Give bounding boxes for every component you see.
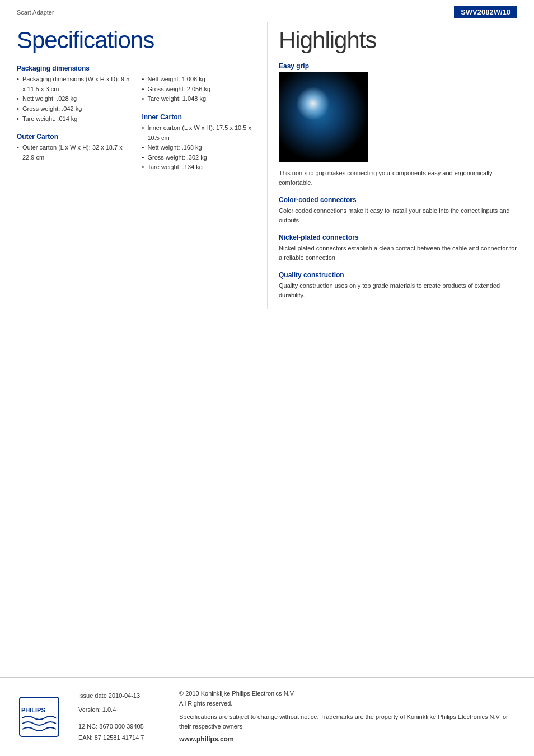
model-badge: SWV2082W/10 [454,6,517,18]
outer-carton-list: Outer carton (L x W x H): 32 x 18.7 x 22… [17,143,131,162]
footer: PHILIPS Issue date 2010-04-13 Version: 1… [0,677,534,756]
color-coded-section: Color-coded connectors Color coded conne… [279,196,517,225]
spec-left-col: Packaging dimensions Packaging dimension… [17,64,131,181]
list-item: Gross weight: 2.056 kg [142,85,256,95]
list-item: Gross weight: .302 kg [142,153,256,163]
easy-grip-section: Easy grip This non-slip grip makes conne… [279,62,517,187]
list-item: Packaging dimensions (W x H x D): 9.5 x … [17,74,131,94]
inner-carton-list: Inner carton (L x W x H): 17.5 x 10.5 x … [142,123,256,172]
issue-date: Issue date 2010-04-13 [78,690,168,702]
inner-carton-section: Inner Carton Inner carton (L x W x H): 1… [142,113,256,172]
product-image [279,72,368,162]
footer-right: © 2010 Koninklijke Philips Electronics N… [179,689,517,745]
nickel-plated-title: Nickel-plated connectors [279,234,517,241]
packaging-right-section: Nett weight: 1.008 kg Gross weight: 2.05… [142,74,256,104]
nc-ean: 12 NC: 8670 000 39405 EAN: 87 12581 4171… [78,721,168,744]
nickel-plated-desc: Nickel-plated connectors establish a cle… [279,244,517,262]
outer-carton-title: Outer Carton [17,133,131,141]
packaging-right-list: Nett weight: 1.008 kg Gross weight: 2.05… [142,74,256,104]
highlights-column: Highlights Easy grip This non-slip grip … [267,22,517,309]
list-item: Inner carton (L x W x H): 17.5 x 10.5 x … [142,123,256,143]
list-item: Nett weight: 1.008 kg [142,74,256,85]
disclaimer: Specifications are subject to change wit… [179,712,517,732]
list-item: Tare weight: .134 kg [142,162,256,172]
version: Version: 1.0.4 [78,704,168,716]
philips-logo: PHILIPS [17,694,62,739]
list-item: Tare weight: 1.048 kg [142,94,256,104]
outer-carton-section: Outer Carton Outer carton (L x W x H): 3… [17,133,131,162]
product-category: Scart Adapter [17,9,54,16]
image-bg [279,72,368,162]
specs-column: Specifications Packaging dimensions Pack… [17,22,267,309]
color-coded-desc: Color coded connections make it easy to … [279,206,517,225]
spec-right-col: Nett weight: 1.008 kg Gross weight: 2.05… [142,64,256,181]
specs-title: Specifications [17,27,256,53]
copyright: © 2010 Koninklijke Philips Electronics N… [179,689,517,708]
svg-text:PHILIPS: PHILIPS [21,707,45,713]
list-item: Tare weight: .014 kg [17,114,131,124]
image-light [296,87,330,120]
list-item: Nett weight: .028 kg [17,94,131,104]
packaging-dimensions-title: Packaging dimensions [17,64,131,72]
nickel-plated-section: Nickel-plated connectors Nickel-plated c… [279,234,517,262]
easy-grip-title: Easy grip [279,62,517,70]
packaging-dimensions-section: Packaging dimensions Packaging dimension… [17,64,131,124]
packaging-dimensions-list: Packaging dimensions (W x H x D): 9.5 x … [17,74,131,124]
footer-middle: Issue date 2010-04-13 Version: 1.0.4 12 … [78,690,168,744]
highlights-title: Highlights [279,27,517,53]
list-item: Gross weight: .042 kg [17,104,131,114]
quality-construction-desc: Quality construction uses only top grade… [279,281,517,300]
color-coded-title: Color-coded connectors [279,196,517,204]
easy-grip-desc: This non-slip grip makes connecting your… [279,169,517,187]
website: www.philips.com [179,734,517,745]
list-item: Outer carton (L x W x H): 32 x 18.7 x 22… [17,143,131,162]
list-item: Nett weight: .168 kg [142,143,256,153]
quality-construction-section: Quality construction Quality constructio… [279,271,517,300]
quality-construction-title: Quality construction [279,271,517,279]
inner-carton-title: Inner Carton [142,113,256,121]
